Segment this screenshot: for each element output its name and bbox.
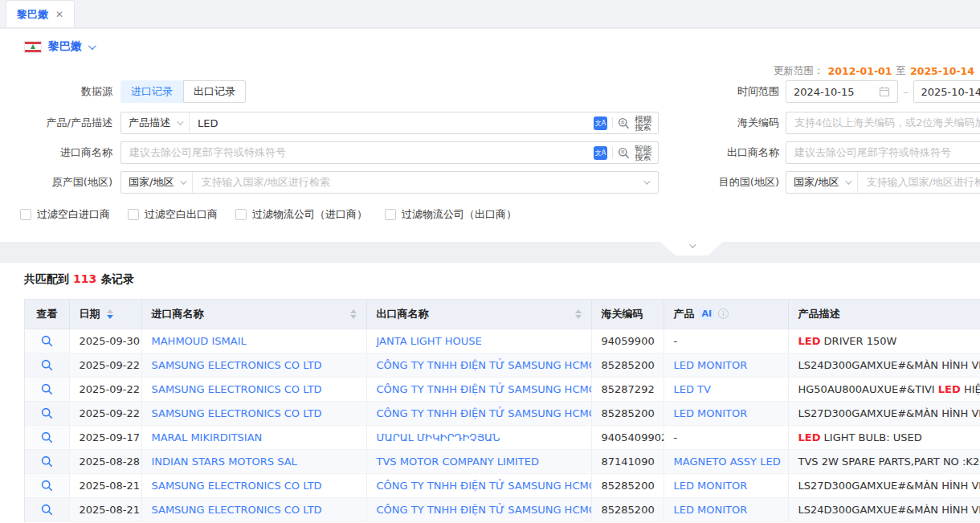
importer-link[interactable]: SAMSUNG ELECTRONICS CO LTD <box>152 407 322 419</box>
importer-link[interactable]: SAMSUNG ELECTRONICS CO LTD <box>152 359 322 371</box>
cell-product: LED MONITOR <box>664 473 788 497</box>
translate-icon[interactable]: 文A <box>594 116 607 130</box>
product-link[interactable]: LED MONITOR <box>674 480 748 492</box>
fuzzy-search-label[interactable]: 模糊搜索 <box>635 115 651 132</box>
cell-description: TVS 2W SPARE PARTS,PART NO :K20... <box>788 449 980 473</box>
update-range: 更新范围： 2012-01-01 至 2025-10-14 <box>774 64 974 78</box>
exporter-link[interactable]: CÔNG TY TNHH ĐIỆN TỬ SAMSUNG HCMC... <box>377 480 592 492</box>
cell-product: LED MONITOR <box>664 401 788 425</box>
view-record-icon[interactable] <box>41 431 53 443</box>
cell-importer: SAMSUNG ELECTRONICS CO LTD <box>141 497 366 521</box>
end-date-input[interactable]: 2025-10-14 <box>913 80 980 103</box>
filter-panel: 黎巴嫩 更新范围： 2012-01-01 至 2025-10-14 数据源 进口… <box>0 29 980 242</box>
cell-description: LED DRIVER 150W <box>788 329 980 353</box>
origin-country-select[interactable]: 国家/地区 <box>121 172 193 193</box>
product-link[interactable]: LED MONITOR <box>674 359 748 371</box>
chevron-down-icon <box>689 241 696 247</box>
sort-icon <box>575 309 582 319</box>
filter-blank-exporter-checkbox[interactable]: 过滤空白出口商 <box>128 207 218 222</box>
col-hs-code: 海关编码 <box>591 300 664 329</box>
view-record-icon[interactable] <box>41 456 53 468</box>
product-label: 产品/产品描述 <box>0 116 112 130</box>
country-selector[interactable]: 黎巴嫩 <box>24 39 94 54</box>
sort-icon <box>107 309 113 319</box>
importer-link[interactable]: MARAL MIKIRDITSIAN <box>152 431 263 443</box>
cell-exporter: CÔNG TY TNHH ĐIỆN TỬ SAMSUNG HCMC... <box>366 401 591 425</box>
view-record-icon[interactable] <box>41 335 53 347</box>
cell-product: LED TV <box>664 377 788 401</box>
filter-checkboxes: 过滤空白进口商 过滤空白出口商 过滤物流公司（进口商） 过滤物流公司（出口商） <box>20 207 517 222</box>
exporter-link[interactable]: JANTA LIGHT HOUSE <box>377 335 482 347</box>
exporter-link[interactable]: CÔNG TY TNHH ĐIỆN TỬ SAMSUNG HCMC... <box>377 504 592 516</box>
view-record-icon[interactable] <box>41 359 53 371</box>
destination-country-input[interactable]: 支持输入国家/地区进行检索 <box>858 175 980 190</box>
exporter-link[interactable]: TVS MOTOR COMPANY LIMITED <box>377 456 540 468</box>
view-record-icon[interactable] <box>41 407 53 419</box>
update-range-start: 2012-01-01 <box>828 65 892 77</box>
col-importer[interactable]: 进口商名称 <box>141 300 366 329</box>
view-record-icon[interactable] <box>41 383 53 395</box>
col-exporter[interactable]: 出口商名称 <box>366 300 591 329</box>
chevron-down-icon <box>88 42 96 50</box>
update-range-label: 更新范围： <box>774 64 824 78</box>
exporter-link[interactable]: CÔNG TY TNHH ĐIỆN TỬ SAMSUNG HCMC... <box>377 359 592 371</box>
importer-link[interactable]: SAMSUNG ELECTRONICS CO LTD <box>152 504 322 516</box>
product-link[interactable]: LED MONITOR <box>674 407 748 419</box>
update-range-to: 至 <box>896 64 907 78</box>
fuzzy-search-icon[interactable] <box>618 117 630 129</box>
result-summary: 共匹配到 113 条记录 <box>24 272 134 287</box>
tab-lebanon[interactable]: 黎巴嫩 ✕ <box>6 0 75 27</box>
exporter-link[interactable]: CÔNG TY TNHH ĐIỆN TỬ SAMSUNG HCMC... <box>377 383 592 395</box>
view-record-icon[interactable] <box>41 480 53 492</box>
product-link[interactable]: LED TV <box>674 383 711 395</box>
cell-importer: MAHMOUD ISMAIL <box>141 329 366 353</box>
chevron-down-icon <box>846 178 852 184</box>
view-record-icon[interactable] <box>41 504 53 516</box>
cell-date: 2025-08-21 <box>69 473 141 497</box>
cell-hs-code: 85287292 <box>591 377 664 401</box>
filter-blank-importer-checkbox[interactable]: 过滤空白进口商 <box>20 207 110 222</box>
smart-search-label[interactable]: 智能搜索 <box>635 145 651 161</box>
exporter-name-input[interactable]: 建议去除公司尾部字符或特殊符号 <box>786 141 980 164</box>
col-date[interactable]: 日期 <box>69 300 141 329</box>
exporter-link[interactable]: ՄԱՐԱԼ ՄԻԿԻՐԴԻՉՅԱՆ <box>377 431 500 443</box>
import-records-tab[interactable]: 进口记录 <box>120 80 183 103</box>
cell-description: LS24D300GAMXUE#&MÀN HÌNH VI ... <box>788 353 980 377</box>
col-description: 产品描述 <box>788 300 980 329</box>
product-link[interactable]: MAGNETO ASSY LED <box>674 456 781 468</box>
translate-icon[interactable]: 文A <box>594 146 607 160</box>
importer-link[interactable]: SAMSUNG ELECTRONICS CO LTD <box>152 383 322 395</box>
smart-search-icon[interactable] <box>618 147 630 159</box>
product-type-select[interactable]: 产品描述 <box>121 112 190 133</box>
table-header-row: 查看 日期 进口商名称 出口商名称 海关编码 产品 AI i 产品描述 <box>25 300 980 329</box>
origin-country-input[interactable]: 支持输入国家/地区进行检索 <box>193 175 643 190</box>
ai-badge: AI <box>700 308 715 320</box>
collapse-filter-button[interactable] <box>660 242 723 255</box>
cell-product: LED MONITOR <box>664 497 788 521</box>
hs-code-input[interactable]: 支持4位以上海关编码，或2位海关编码加上 <box>786 112 980 134</box>
product-search-input[interactable]: LED <box>190 117 587 129</box>
update-range-end: 2025-10-14 <box>910 65 974 77</box>
tab-bar: 黎巴嫩 ✕ <box>0 0 980 28</box>
filter-logistics-importer-checkbox[interactable]: 过滤物流公司（进口商） <box>235 207 367 222</box>
export-records-tab[interactable]: 出口记录 <box>183 80 246 103</box>
importer-link[interactable]: INDIAN STARS MOTORS SAL <box>152 456 297 468</box>
importer-link[interactable]: MAHMOUD ISMAIL <box>152 335 247 347</box>
importer-link[interactable]: SAMSUNG ELECTRONICS CO LTD <box>152 480 322 492</box>
close-icon[interactable]: ✕ <box>55 9 63 20</box>
destination-country-select[interactable]: 国家/地区 <box>786 172 858 193</box>
importer-name-input[interactable]: 建议去除公司尾部字符或特殊符号 <box>121 145 587 160</box>
filter-logistics-exporter-checkbox[interactable]: 过滤物流公司（出口商） <box>385 207 517 222</box>
time-range-label: 时间范围 <box>659 84 779 99</box>
start-date-input[interactable]: 2024-10-15 <box>786 80 898 103</box>
cell-product: LED MONITOR <box>664 353 788 377</box>
info-icon[interactable]: i <box>718 308 729 319</box>
cell-description: LS27D300GAMXUE#&MÀN HÌNH VI ... <box>788 473 980 497</box>
product-link[interactable]: LED MONITOR <box>674 504 748 516</box>
cell-exporter: CÔNG TY TNHH ĐIỆN TỬ SAMSUNG HCMC... <box>366 353 591 377</box>
tab-label: 黎巴嫩 <box>17 7 48 22</box>
table-row: 2025-09-17MARAL MIKIRDITSIANՄԱՐԱԼ ՄԻԿԻՐԴ… <box>25 425 980 449</box>
cell-product: - <box>664 329 788 353</box>
results-panel: 共匹配到 113 条记录 查看 日期 进口商名称 出口商名称 海关编码 产品 A… <box>0 263 980 523</box>
exporter-link[interactable]: CÔNG TY TNHH ĐIỆN TỬ SAMSUNG HCMC... <box>377 407 592 419</box>
